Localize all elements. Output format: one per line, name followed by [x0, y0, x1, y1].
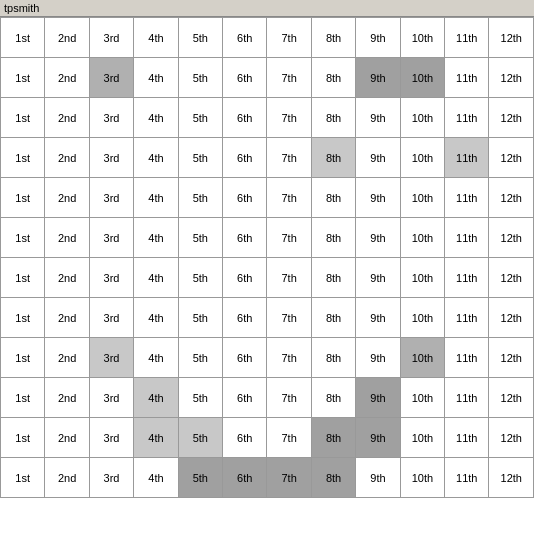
table-cell[interactable]: 10th: [400, 418, 444, 458]
table-cell[interactable]: 7th: [267, 338, 311, 378]
table-cell[interactable]: 12th: [489, 18, 534, 58]
table-cell[interactable]: 8th: [311, 458, 355, 498]
table-cell[interactable]: 6th: [223, 298, 267, 338]
table-cell[interactable]: 5th: [178, 338, 222, 378]
table-cell[interactable]: 1st: [1, 458, 45, 498]
table-cell[interactable]: 2nd: [45, 338, 89, 378]
table-cell[interactable]: 8th: [311, 138, 355, 178]
table-cell[interactable]: 6th: [223, 98, 267, 138]
table-cell[interactable]: 11th: [445, 98, 489, 138]
table-cell[interactable]: 11th: [445, 298, 489, 338]
table-cell[interactable]: 9th: [356, 298, 400, 338]
table-cell[interactable]: 4th: [134, 18, 178, 58]
table-cell[interactable]: 12th: [489, 58, 534, 98]
table-cell[interactable]: 11th: [445, 218, 489, 258]
table-cell[interactable]: 8th: [311, 18, 355, 58]
table-cell[interactable]: 8th: [311, 338, 355, 378]
table-cell[interactable]: 9th: [356, 418, 400, 458]
table-cell[interactable]: 4th: [134, 218, 178, 258]
table-cell[interactable]: 10th: [400, 378, 444, 418]
table-cell[interactable]: 2nd: [45, 218, 89, 258]
table-cell[interactable]: 2nd: [45, 178, 89, 218]
table-cell[interactable]: 12th: [489, 378, 534, 418]
table-cell[interactable]: 7th: [267, 138, 311, 178]
table-cell[interactable]: 4th: [134, 298, 178, 338]
table-cell[interactable]: 5th: [178, 418, 222, 458]
table-cell[interactable]: 9th: [356, 138, 400, 178]
table-cell[interactable]: 6th: [223, 58, 267, 98]
table-cell[interactable]: 9th: [356, 458, 400, 498]
table-cell[interactable]: 1st: [1, 18, 45, 58]
table-cell[interactable]: 1st: [1, 378, 45, 418]
table-cell[interactable]: 6th: [223, 378, 267, 418]
table-cell[interactable]: 5th: [178, 458, 222, 498]
table-cell[interactable]: 12th: [489, 458, 534, 498]
table-cell[interactable]: 10th: [400, 258, 444, 298]
table-cell[interactable]: 4th: [134, 458, 178, 498]
table-cell[interactable]: 2nd: [45, 418, 89, 458]
table-cell[interactable]: 1st: [1, 338, 45, 378]
table-cell[interactable]: 1st: [1, 178, 45, 218]
table-cell[interactable]: 12th: [489, 258, 534, 298]
table-cell[interactable]: 3rd: [89, 298, 133, 338]
table-cell[interactable]: 10th: [400, 298, 444, 338]
table-cell[interactable]: 6th: [223, 258, 267, 298]
table-cell[interactable]: 5th: [178, 138, 222, 178]
table-cell[interactable]: 12th: [489, 218, 534, 258]
table-cell[interactable]: 3rd: [89, 18, 133, 58]
table-cell[interactable]: 10th: [400, 98, 444, 138]
table-cell[interactable]: 1st: [1, 138, 45, 178]
table-cell[interactable]: 8th: [311, 58, 355, 98]
table-cell[interactable]: 9th: [356, 378, 400, 418]
table-cell[interactable]: 5th: [178, 58, 222, 98]
table-cell[interactable]: 5th: [178, 98, 222, 138]
table-cell[interactable]: 5th: [178, 218, 222, 258]
table-cell[interactable]: 4th: [134, 338, 178, 378]
table-cell[interactable]: 3rd: [89, 458, 133, 498]
table-cell[interactable]: 10th: [400, 338, 444, 378]
table-cell[interactable]: 11th: [445, 258, 489, 298]
table-cell[interactable]: 7th: [267, 218, 311, 258]
table-cell[interactable]: 3rd: [89, 418, 133, 458]
table-cell[interactable]: 4th: [134, 378, 178, 418]
table-cell[interactable]: 10th: [400, 218, 444, 258]
table-cell[interactable]: 3rd: [89, 178, 133, 218]
table-cell[interactable]: 12th: [489, 298, 534, 338]
table-cell[interactable]: 10th: [400, 58, 444, 98]
table-cell[interactable]: 6th: [223, 178, 267, 218]
table-cell[interactable]: 10th: [400, 178, 444, 218]
table-cell[interactable]: 8th: [311, 298, 355, 338]
table-cell[interactable]: 4th: [134, 98, 178, 138]
table-cell[interactable]: 2nd: [45, 138, 89, 178]
table-cell[interactable]: 3rd: [89, 218, 133, 258]
table-cell[interactable]: 10th: [400, 458, 444, 498]
table-cell[interactable]: 12th: [489, 178, 534, 218]
table-cell[interactable]: 1st: [1, 98, 45, 138]
table-cell[interactable]: 5th: [178, 18, 222, 58]
table-cell[interactable]: 8th: [311, 418, 355, 458]
table-cell[interactable]: 9th: [356, 58, 400, 98]
table-cell[interactable]: 11th: [445, 178, 489, 218]
table-cell[interactable]: 7th: [267, 258, 311, 298]
table-cell[interactable]: 9th: [356, 18, 400, 58]
table-cell[interactable]: 7th: [267, 98, 311, 138]
table-cell[interactable]: 3rd: [89, 378, 133, 418]
table-cell[interactable]: 5th: [178, 298, 222, 338]
table-cell[interactable]: 7th: [267, 18, 311, 58]
table-cell[interactable]: 6th: [223, 338, 267, 378]
table-cell[interactable]: 11th: [445, 338, 489, 378]
table-cell[interactable]: 11th: [445, 418, 489, 458]
table-cell[interactable]: 7th: [267, 298, 311, 338]
table-cell[interactable]: 8th: [311, 218, 355, 258]
table-cell[interactable]: 7th: [267, 458, 311, 498]
table-cell[interactable]: 10th: [400, 18, 444, 58]
table-cell[interactable]: 2nd: [45, 98, 89, 138]
table-cell[interactable]: 9th: [356, 98, 400, 138]
table-cell[interactable]: 1st: [1, 258, 45, 298]
table-cell[interactable]: 5th: [178, 178, 222, 218]
table-cell[interactable]: 11th: [445, 378, 489, 418]
table-cell[interactable]: 8th: [311, 178, 355, 218]
table-cell[interactable]: 4th: [134, 138, 178, 178]
table-cell[interactable]: 4th: [134, 58, 178, 98]
table-cell[interactable]: 8th: [311, 258, 355, 298]
